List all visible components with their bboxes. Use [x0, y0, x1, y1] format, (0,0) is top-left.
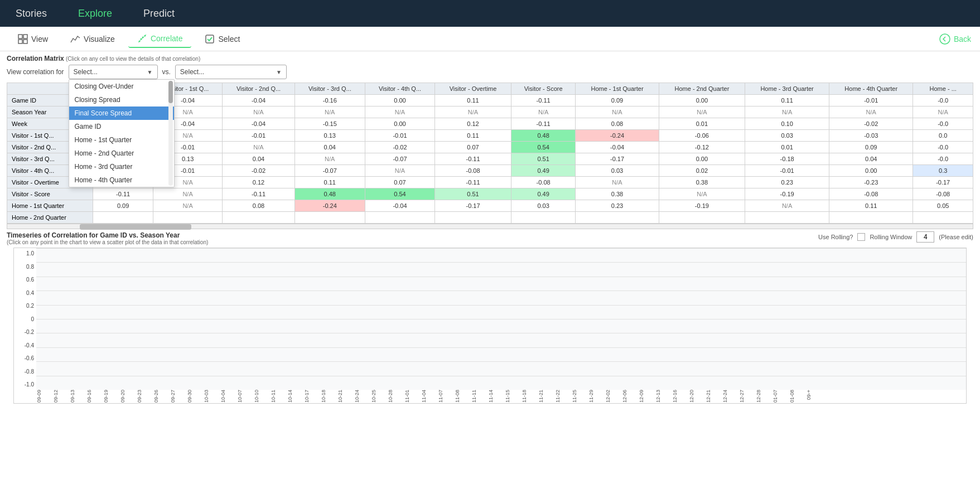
cell-r2-c7[interactable]: 0.08	[576, 118, 659, 130]
cell-r1-c5[interactable]: N/A	[435, 106, 511, 118]
cell-r5-c11[interactable]: -0.0	[913, 153, 973, 165]
cell-r8-c2[interactable]: -0.11	[223, 188, 295, 200]
cell-r9-c1[interactable]: N/A	[153, 200, 222, 212]
nav-stories[interactable]: Stories	[11, 6, 51, 22]
cell-r7-c5[interactable]: -0.11	[435, 177, 511, 188]
cell-r0-c4[interactable]: 0.00	[365, 95, 435, 106]
cell-r1-c11[interactable]: N/A	[913, 106, 973, 118]
cell-r2-c3[interactable]: -0.15	[295, 118, 365, 130]
cell-r3-c7[interactable]: -0.24	[576, 130, 659, 142]
cell-r4-c3[interactable]: 0.04	[295, 142, 365, 153]
cell-r7-c8[interactable]: 0.38	[659, 177, 745, 188]
cell-r1-c8[interactable]: N/A	[659, 106, 745, 118]
cell-r5-c8[interactable]: 0.00	[659, 153, 745, 165]
cell-r2-c8[interactable]: 0.01	[659, 118, 745, 130]
cell-r4-c11[interactable]: -0.0	[913, 142, 973, 153]
cell-r7-c9[interactable]: 0.23	[745, 177, 829, 188]
cell-r7-c4[interactable]: 0.07	[365, 177, 435, 188]
cell-r6-c4[interactable]: N/A	[365, 165, 435, 177]
cell-r4-c6[interactable]: 0.54	[511, 142, 575, 153]
cell-r0-c6[interactable]: -0.11	[511, 95, 575, 106]
cell-r8-c6[interactable]: 0.49	[511, 188, 575, 200]
dropdown-item-closing-over-under[interactable]: Closing Over-Under	[69, 80, 174, 93]
cell-r5-c7[interactable]: -0.17	[576, 153, 659, 165]
cell-r6-c7[interactable]: 0.03	[576, 165, 659, 177]
cell-r0-c8[interactable]: 0.00	[659, 95, 745, 106]
cell-r9-c3[interactable]: -0.24	[295, 200, 365, 212]
dropdown-item-home-2nd-quarter[interactable]: Home - 2nd Quarter	[69, 147, 174, 160]
cell-r8-c10[interactable]: -0.08	[829, 188, 913, 200]
nav-explore[interactable]: Explore	[74, 6, 117, 22]
cell-r4-c4[interactable]: -0.02	[365, 142, 435, 153]
cell-r5-c10[interactable]: 0.04	[829, 153, 913, 165]
cell-r3-c10[interactable]: -0.03	[829, 130, 913, 142]
dropdown-item-home-3rd-quarter[interactable]: Home - 3rd Quarter	[69, 160, 174, 173]
cell-r7-c6[interactable]: -0.08	[511, 177, 575, 188]
cell-r10-c5[interactable]	[435, 212, 511, 224]
col-header-home-3q[interactable]: Home - 3rd Quarter	[745, 83, 829, 95]
cell-r6-c2[interactable]: -0.02	[223, 165, 295, 177]
cell-r3-c11[interactable]: 0.0	[913, 130, 973, 142]
left-dropdown-button[interactable]: Select... ▼	[69, 65, 158, 79]
cell-r8-c11[interactable]: -0.08	[913, 188, 973, 200]
subnav-view[interactable]: View	[9, 31, 57, 47]
cell-r2-c2[interactable]: -0.04	[223, 118, 295, 130]
cell-r3-c8[interactable]: -0.06	[659, 130, 745, 142]
cell-r9-c5[interactable]: -0.17	[435, 200, 511, 212]
chart-plot-area[interactable]	[36, 248, 966, 390]
cell-r8-c8[interactable]: N/A	[659, 188, 745, 200]
cell-r8-c0[interactable]: -0.11	[93, 188, 153, 200]
cell-r10-c4[interactable]	[365, 212, 435, 224]
cell-r3-c3[interactable]: 0.13	[295, 130, 365, 142]
cell-r2-c10[interactable]: -0.02	[829, 118, 913, 130]
right-dropdown-button[interactable]: Select... ▼	[175, 65, 287, 79]
cell-r4-c9[interactable]: 0.01	[745, 142, 829, 153]
cell-r10-c8[interactable]	[659, 212, 745, 224]
table-horizontal-scroll[interactable]	[7, 224, 973, 229]
cell-r1-c7[interactable]: N/A	[576, 106, 659, 118]
cell-r9-c9[interactable]: N/A	[745, 200, 829, 212]
cell-r0-c11[interactable]: -0.0	[913, 95, 973, 106]
cell-r2-c4[interactable]: 0.00	[365, 118, 435, 130]
cell-r2-c5[interactable]: 0.12	[435, 118, 511, 130]
cell-r6-c3[interactable]: -0.07	[295, 165, 365, 177]
cell-r8-c7[interactable]: 0.38	[576, 188, 659, 200]
cell-r1-c3[interactable]: N/A	[295, 106, 365, 118]
cell-r2-c6[interactable]: -0.11	[511, 118, 575, 130]
cell-r0-c5[interactable]: 0.11	[435, 95, 511, 106]
col-header-home-more[interactable]: Home - ...	[913, 83, 973, 95]
cell-r5-c3[interactable]: N/A	[295, 153, 365, 165]
cell-r6-c11[interactable]: 0.3	[913, 165, 973, 177]
cell-r7-c3[interactable]: 0.11	[295, 177, 365, 188]
subnav-select[interactable]: Select	[196, 31, 249, 47]
cell-r4-c5[interactable]: 0.07	[435, 142, 511, 153]
cell-r3-c2[interactable]: -0.01	[223, 130, 295, 142]
cell-r10-c0[interactable]	[93, 212, 153, 224]
col-header-visitor-ot[interactable]: Visitor - Overtime	[435, 83, 511, 95]
col-header-home-1q[interactable]: Home - 1st Quarter	[576, 83, 659, 95]
cell-r4-c2[interactable]: N/A	[223, 142, 295, 153]
cell-r10-c9[interactable]	[745, 212, 829, 224]
cell-r5-c9[interactable]: -0.18	[745, 153, 829, 165]
cell-r8-c4[interactable]: 0.54	[365, 188, 435, 200]
dropdown-item-game-id[interactable]: Game ID	[69, 120, 174, 133]
right-select-dropdown[interactable]: Select... ▼	[175, 65, 287, 79]
cell-r10-c3[interactable]	[295, 212, 365, 224]
cell-r0-c3[interactable]: -0.16	[295, 95, 365, 106]
cell-r3-c5[interactable]: 0.11	[435, 130, 511, 142]
cell-r1-c9[interactable]: N/A	[745, 106, 829, 118]
cell-r0-c10[interactable]: -0.01	[829, 95, 913, 106]
cell-r9-c11[interactable]: 0.05	[913, 200, 973, 212]
cell-r7-c2[interactable]: 0.12	[223, 177, 295, 188]
cell-r8-c5[interactable]: 0.51	[435, 188, 511, 200]
cell-r2-c11[interactable]: -0.0	[913, 118, 973, 130]
cell-r10-c2[interactable]	[223, 212, 295, 224]
cell-r9-c4[interactable]: -0.04	[365, 200, 435, 212]
cell-r2-c9[interactable]: 0.10	[745, 118, 829, 130]
cell-r1-c6[interactable]: N/A	[511, 106, 575, 118]
cell-r6-c8[interactable]: 0.02	[659, 165, 745, 177]
subnav-correlate[interactable]: Correlate	[128, 30, 192, 48]
nav-predict[interactable]: Predict	[139, 6, 179, 22]
cell-r9-c2[interactable]: 0.08	[223, 200, 295, 212]
col-header-visitor-3q[interactable]: Visitor - 3rd Q...	[295, 83, 365, 95]
